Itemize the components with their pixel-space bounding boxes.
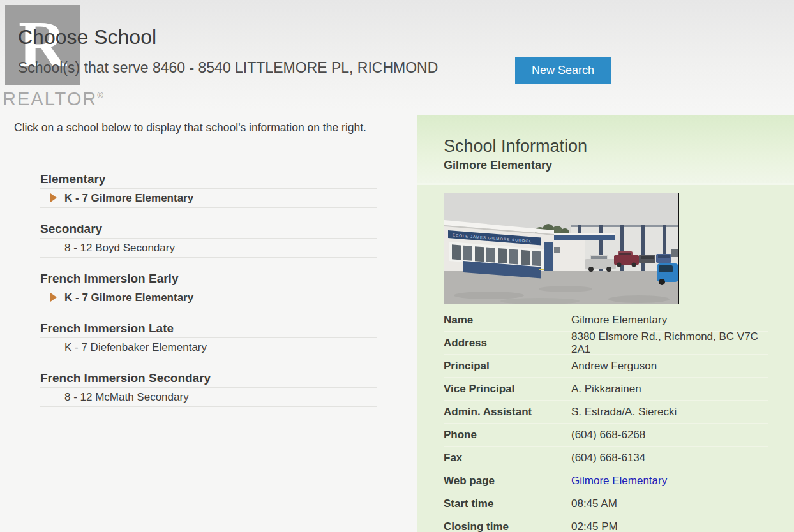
school-link[interactable]: K - 7 Gilmore Elementary — [40, 288, 377, 307]
info-row-label: Vice Principal — [444, 383, 571, 395]
info-row-label: Name — [444, 314, 571, 327]
info-row: Phone (604) 668-6268 — [444, 424, 768, 447]
school-info-table: Name Gilmore Elementary Address 8380 Els… — [444, 309, 768, 532]
info-row-value: (604) 668-6134 — [571, 452, 645, 464]
info-row-value: A. Pikkarainen — [571, 383, 641, 395]
info-row-label: Phone — [444, 429, 571, 441]
car-blue — [657, 263, 678, 285]
school-group-heading: French Immersion Early — [40, 272, 377, 288]
page-subtitle: School(s) that serve 8460 - 8540 LITTLEM… — [18, 59, 438, 77]
realtor-logo: R REALTOR® — [5, 5, 105, 110]
school-link-label: K - 7 Diefenbaker Elementary — [64, 341, 207, 353]
selected-arrow-icon — [50, 193, 57, 202]
info-row: Principal Andrew Ferguson — [444, 355, 768, 378]
school-link-label: 8 - 12 Boyd Secondary — [64, 242, 175, 254]
new-search-button[interactable]: New Search — [515, 57, 611, 84]
car-dark — [639, 255, 655, 263]
info-row: Closing time 02:45 PM — [444, 515, 768, 532]
school-link[interactable]: 8 - 12 McMath Secondary — [40, 388, 377, 407]
info-row: Address 8380 Elsmore Rd., Richmond, BC V… — [444, 332, 768, 355]
info-row: Name Gilmore Elementary — [444, 309, 768, 332]
registered-symbol: ® — [97, 91, 105, 100]
info-row-value: 02:45 PM — [571, 521, 618, 532]
panel-school-name: Gilmore Elementary — [444, 159, 794, 172]
info-row-value: 08:45 AM — [571, 498, 617, 510]
school-groups: Elementary K - 7 Gilmore Elementary Seco… — [40, 172, 377, 421]
info-row-label: Start time — [444, 498, 571, 510]
school-information-panel: School Information Gilmore Elementary — [417, 115, 794, 532]
panel-title: School Information — [444, 137, 794, 156]
info-row: Start time 08:45 AM — [444, 492, 768, 515]
school-link-label: K - 7 Gilmore Elementary — [64, 192, 193, 204]
school-photo-graphic: ECOLE JAMES GILMORE SCHOOL — [444, 193, 678, 304]
info-row-label: Address — [444, 337, 571, 350]
school-group: Elementary K - 7 Gilmore Elementary — [40, 172, 377, 208]
school-group: French Immersion Early K - 7 Gilmore Ele… — [40, 272, 377, 307]
info-row-value: S. Estrada/A. Sierecki — [571, 406, 677, 418]
instructions-text: Click on a school below to display that … — [14, 115, 377, 140]
info-row: Admin. Assistant S. Estrada/A. Sierecki — [444, 401, 768, 424]
school-link[interactable]: K - 7 Diefenbaker Elementary — [40, 338, 377, 357]
info-row-value: 8380 Elsmore Rd., Richmond, BC V7C 2A1 — [571, 330, 768, 356]
info-row-value: Gilmore Elementary — [571, 475, 667, 487]
info-row-value: (604) 668-6268 — [571, 429, 645, 441]
page: R REALTOR® Choose School School(s) that … — [0, 0, 794, 532]
header-background — [0, 0, 794, 110]
info-row-label: Admin. Assistant — [444, 406, 571, 418]
info-row-label: Closing time — [444, 521, 571, 532]
info-row: Fax (604) 668-6134 — [444, 447, 768, 469]
school-photo: ECOLE JAMES GILMORE SCHOOL — [444, 193, 679, 304]
school-group-heading: French Immersion Secondary — [40, 371, 377, 388]
info-row-value: Andrew Ferguson — [571, 360, 657, 373]
school-group: French Immersion Late K - 7 Diefenbaker … — [40, 321, 377, 357]
info-row-label: Web page — [444, 475, 571, 487]
school-group-heading: French Immersion Late — [40, 321, 377, 338]
school-group-heading: Elementary — [40, 172, 377, 189]
school-link-label: 8 - 12 McMath Secondary — [64, 391, 189, 403]
school-group: French Immersion Secondary 8 - 12 McMath… — [40, 371, 377, 407]
realtor-wordmark-text: REALTOR — [3, 89, 97, 109]
info-row-value: Gilmore Elementary — [571, 314, 667, 327]
panel-header: School Information Gilmore Elementary — [417, 115, 794, 183]
web-page-link[interactable]: Gilmore Elementary — [571, 475, 667, 487]
school-group-heading: Secondary — [40, 222, 377, 239]
info-row-label: Fax — [444, 452, 571, 464]
info-row-label: Principal — [444, 360, 571, 373]
school-link[interactable]: 8 - 12 Boyd Secondary — [40, 239, 377, 258]
page-title: Choose School — [18, 26, 156, 49]
car-navy — [656, 254, 671, 263]
selected-arrow-icon — [50, 293, 57, 302]
panel-body: ECOLE JAMES GILMORE SCHOOL — [417, 185, 794, 532]
realtor-wordmark: REALTOR® — [3, 89, 105, 110]
school-link-label: K - 7 Gilmore Elementary — [64, 292, 193, 304]
info-row: Web page Gilmore Elementary — [444, 469, 768, 492]
school-group: Secondary 8 - 12 Boyd Secondary — [40, 222, 377, 258]
info-row: Vice Principal A. Pikkarainen — [444, 378, 768, 401]
school-link[interactable]: K - 7 Gilmore Elementary — [40, 189, 377, 208]
